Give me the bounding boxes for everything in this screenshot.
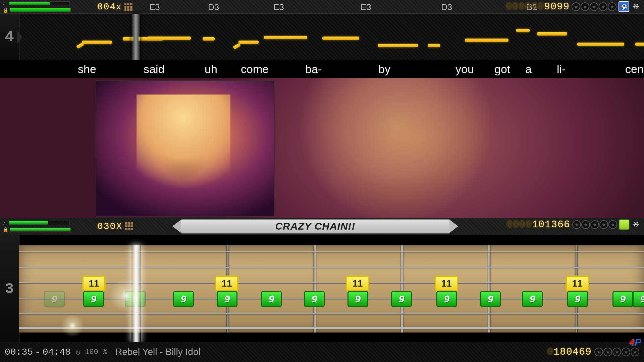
pitch-segment	[76, 42, 84, 49]
lyric-word: a	[525, 63, 532, 76]
pitch-label: D3	[441, 2, 452, 12]
star-icon: ★	[572, 220, 581, 229]
pitch-segment	[203, 37, 215, 41]
lyric-word: cen	[625, 63, 644, 76]
p2-multiplier: 030X	[97, 221, 122, 232]
video-pip	[96, 80, 275, 217]
time-display: 00:35 - 04:48 100 %	[0, 342, 109, 362]
note-icon	[3, 0, 7, 6]
score-dim: 0000	[506, 219, 532, 230]
fretboard-playhead	[131, 245, 141, 343]
star-icon: ★	[612, 348, 621, 356]
speed-value: 100 %	[85, 348, 107, 356]
fret-note: 11	[215, 276, 238, 292]
lyric-word: you	[455, 63, 474, 76]
time-separator: -	[35, 347, 41, 357]
guitar-string	[19, 267, 644, 268]
pitch-segment	[428, 44, 440, 47]
vocal-pitch-track: 4	[0, 13, 644, 61]
pitch-label: E3	[149, 2, 160, 12]
p2-score: 0000101366	[506, 219, 570, 230]
pitch-label: E3	[361, 2, 371, 12]
star-icon: ★	[599, 2, 607, 11]
star-icon: ★	[599, 220, 608, 229]
p1-multiplier: 004x	[97, 2, 122, 12]
star-icon: ★	[581, 2, 589, 11]
score-dim: 0	[547, 346, 553, 358]
fret-note: 9	[567, 291, 588, 307]
star-icon: ★	[594, 348, 603, 356]
fret-note: 9	[217, 291, 237, 307]
p2-meter-2	[10, 228, 71, 232]
loop-icon[interactable]	[75, 347, 80, 357]
fret-note: 9	[44, 291, 65, 307]
p2-status-right: 0000101366 ★★★★★	[506, 218, 644, 231]
guitar-string	[19, 282, 644, 283]
fret-note: 9	[304, 291, 325, 307]
bottom-score-group: 0180469 ★★★★★	[547, 346, 644, 358]
strings	[19, 245, 644, 333]
fret-note: 9	[612, 291, 633, 307]
lyric-word: li-	[557, 63, 566, 76]
lyrics-row: shesaiduhcomeba-byyougotali-cen	[0, 60, 644, 78]
fretboard: 9119991199911991199911999	[19, 245, 644, 333]
vocal-level-number: 4	[5, 28, 14, 46]
lock-icon	[3, 227, 8, 233]
pitch-segment	[82, 41, 112, 44]
star-icon: ★	[622, 348, 630, 356]
fretboard-area: 3 9119991199911991199911999	[0, 235, 644, 343]
pitch-segment	[537, 32, 567, 36]
fret-level-number: 3	[5, 281, 14, 297]
lyric-word: she	[78, 63, 96, 76]
fret-note: 11	[346, 276, 369, 292]
lyric-word: ba-	[305, 63, 322, 76]
fret-note: 9	[347, 291, 368, 307]
pitch-segment	[378, 44, 418, 47]
pitch-segment	[465, 39, 508, 42]
bottom-stars: ★★★★★	[594, 348, 639, 356]
guitar-string	[19, 327, 644, 329]
time-current: 00:35	[5, 347, 33, 357]
star-icon: ★	[608, 2, 616, 11]
music-video-area	[0, 78, 644, 218]
time-total: 04:48	[43, 347, 71, 357]
multiplier-x: X	[116, 221, 122, 232]
score-value: 101366	[532, 219, 570, 230]
lyric-word: got	[494, 63, 510, 76]
fret-note: 11	[435, 276, 458, 292]
guitar-string	[19, 313, 644, 314]
star-icon: ★	[608, 220, 617, 229]
player-badge-icon	[619, 1, 629, 12]
guitar-string	[19, 251, 644, 252]
total-score: 0180469	[547, 346, 592, 358]
team-crest-icon	[631, 2, 641, 11]
star-icon: ★	[581, 220, 590, 229]
lyric-word: said	[144, 63, 164, 76]
pitch-segment	[577, 43, 624, 46]
fret-note: 11	[566, 276, 589, 292]
fret-note: 9	[633, 291, 644, 307]
note-icon	[3, 220, 7, 226]
guitar-status-bar: 030X CRAZY CHAIN!! 0000101366 ★★★★★	[0, 218, 644, 235]
pitch-label: E3	[273, 2, 284, 12]
star-icon: ★	[590, 2, 598, 11]
multiplier-value: 004	[97, 2, 116, 12]
p2-meter-1	[9, 221, 70, 225]
lyric-word: uh	[205, 63, 217, 76]
lyric-word: by	[378, 63, 390, 76]
fret-note: 9	[391, 291, 412, 307]
pitch-segment	[264, 36, 307, 39]
score-value: 180469	[553, 346, 592, 358]
pitch-segment	[233, 43, 241, 50]
p2-stars: ★★★★★	[572, 220, 617, 229]
p1-score: 0000009099	[506, 1, 570, 12]
vocal-level-indicator: 4	[0, 14, 19, 61]
fret-note: 9	[261, 291, 282, 307]
fret-note: 9	[480, 291, 501, 307]
star-icon: ★	[572, 2, 580, 11]
p1-stars: ★★★★★	[572, 2, 616, 11]
star-icon: ★	[603, 348, 612, 356]
pitch-segment	[322, 37, 359, 40]
fret-note: 9	[173, 291, 194, 307]
combo-banner: CRAZY CHAIN!!	[181, 220, 449, 233]
